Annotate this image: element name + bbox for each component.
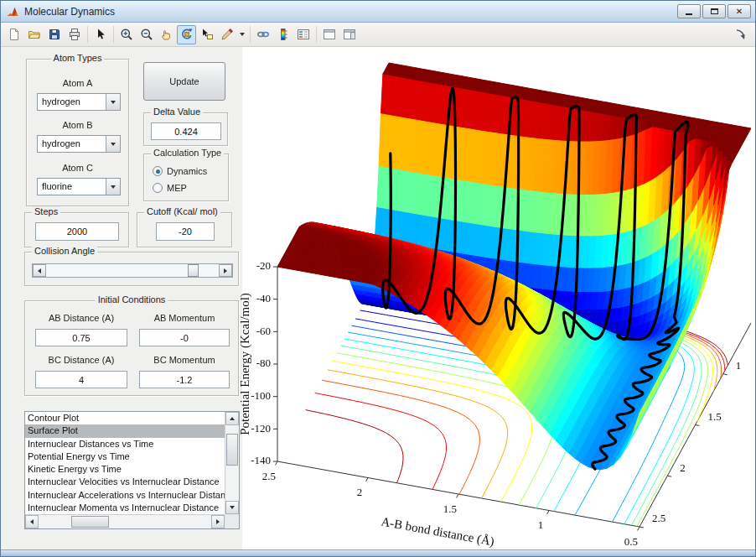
cutoff-title: Cutoff (Kcal/ mol) — [144, 206, 220, 216]
show-plot-tools-button[interactable] — [339, 25, 359, 44]
rotate-3d-button[interactable] — [177, 25, 196, 44]
plot-type-listbox[interactable]: Contour PlotSurface PlotInternuclear Dis… — [24, 411, 240, 529]
list-item[interactable]: Internuclear Momenta vs Internuclear Dis… — [25, 502, 225, 514]
minimize-button[interactable] — [677, 4, 701, 18]
bc-distance-label: BC Distance (A) — [35, 355, 127, 365]
list-item[interactable]: Kinetic Energy vs Time — [25, 463, 225, 476]
list-item[interactable]: Internuclear Distances vs Time — [25, 438, 225, 450]
atom-a-label: Atom A — [27, 78, 128, 88]
steps-field[interactable]: 2000 — [35, 222, 119, 241]
atom-c-dropdown[interactable]: fluorine — [37, 178, 121, 195]
close-icon: ✕ — [736, 8, 743, 16]
dock-figure-button[interactable] — [731, 25, 750, 44]
plot-type-listbox-items: Contour PlotSurface PlotInternuclear Dis… — [25, 412, 225, 514]
rotate-3d-icon — [180, 28, 194, 41]
save-button[interactable] — [44, 25, 64, 44]
scroll-down-button[interactable] — [225, 501, 239, 514]
dynamics-radio-label: Dynamics — [167, 166, 207, 176]
ab-momentum-field[interactable]: -0 — [139, 329, 230, 346]
update-button[interactable]: Update — [143, 62, 225, 101]
atom-c-dropdown-button[interactable] — [106, 179, 120, 195]
toolbar-separator — [113, 26, 114, 43]
cutoff-field[interactable]: -20 — [156, 222, 215, 241]
chevron-down-icon — [111, 185, 116, 189]
app-window: Molecular Dynamics ✕ — [0, 0, 756, 557]
ab-momentum-label: AB Momentum — [139, 313, 230, 323]
steps-panel: Steps 2000 — [24, 212, 129, 247]
chevron-left-icon — [38, 268, 41, 273]
slider-right-button[interactable] — [219, 264, 232, 277]
legend-icon — [297, 28, 310, 41]
delta-value-panel: Delta Value 0.424 — [143, 112, 228, 146]
atom-a-dropdown-button[interactable] — [106, 94, 120, 110]
zoom-out-icon — [140, 28, 153, 41]
chevron-down-icon — [230, 506, 235, 509]
initial-conditions-panel: Initial Conditions AB Distance (A) AB Mo… — [24, 300, 239, 396]
window-title: Molecular Dynamics — [24, 6, 115, 18]
edit-plot-button[interactable] — [91, 25, 110, 44]
atom-a-dropdown[interactable]: hydrogen — [37, 93, 121, 111]
horizontal-scrollbar[interactable] — [25, 514, 225, 528]
hide-plot-tools-button[interactable] — [319, 25, 339, 44]
new-file-button[interactable] — [4, 25, 23, 44]
vertical-scroll-thumb[interactable] — [226, 434, 238, 466]
scroll-left-button[interactable] — [25, 515, 39, 528]
bc-momentum-field[interactable]: -1.2 — [139, 371, 230, 388]
slider-left-button[interactable] — [33, 264, 46, 277]
chevron-right-icon — [224, 268, 227, 273]
save-floppy-icon — [48, 28, 61, 41]
link-plot-button[interactable] — [253, 25, 272, 44]
potential-energy-surface-plot[interactable] — [229, 47, 755, 549]
delta-value-field[interactable]: 0.424 — [151, 122, 221, 140]
atom-c-label: Atom C — [27, 163, 128, 173]
colorbar-icon — [277, 28, 290, 41]
cutoff-panel: Cutoff (Kcal/ mol) -20 — [137, 212, 232, 247]
title-bar[interactable]: Molecular Dynamics ✕ — [1, 1, 755, 23]
slider-thumb[interactable] — [188, 264, 199, 277]
dynamics-radio[interactable]: Dynamics — [153, 165, 207, 177]
figure-content: Atom Types Atom A hydrogen Atom B hydrog… — [1, 47, 755, 549]
close-button[interactable]: ✕ — [728, 4, 751, 18]
insert-legend-button[interactable] — [293, 25, 313, 44]
list-item[interactable]: Internuclear Accelerations vs Internucle… — [25, 489, 225, 502]
list-item[interactable]: Internuclear Velocities vs Internuclear … — [25, 476, 225, 488]
data-cursor-button[interactable] — [197, 25, 216, 44]
mep-radio[interactable]: MEP — [153, 182, 187, 194]
calculation-type-title: Calculation Type — [151, 148, 224, 158]
figure-toolbar — [1, 23, 755, 47]
brush-dropdown-button[interactable] — [237, 25, 246, 44]
scroll-up-button[interactable] — [225, 412, 239, 425]
pan-button[interactable] — [157, 25, 176, 44]
collision-angle-slider[interactable] — [32, 263, 233, 278]
zoom-out-button[interactable] — [137, 25, 156, 44]
hide-plot-tools-icon — [323, 28, 336, 41]
data-cursor-icon — [200, 28, 214, 41]
scroll-right-button[interactable] — [211, 515, 225, 528]
bc-distance-field[interactable]: 4 — [35, 371, 127, 388]
matlab-figure-icon — [6, 5, 19, 18]
minimize-icon — [686, 13, 692, 15]
atom-c-value: fluorine — [38, 179, 106, 195]
atom-b-label: Atom B — [27, 120, 128, 130]
list-item[interactable]: Contour Plot — [25, 412, 225, 424]
print-button[interactable] — [65, 25, 84, 44]
list-item[interactable]: Surface Plot — [25, 424, 225, 437]
brush-icon — [220, 28, 234, 41]
new-file-icon — [8, 28, 21, 41]
zoom-in-button[interactable] — [117, 25, 136, 44]
insert-colorbar-button[interactable] — [273, 25, 293, 44]
show-plot-tools-icon — [343, 28, 356, 41]
radio-circle-icon — [153, 183, 163, 193]
toolbar-separator — [316, 26, 317, 43]
atom-b-dropdown[interactable]: hydrogen — [37, 135, 121, 153]
vertical-scrollbar[interactable] — [225, 412, 239, 514]
maximize-button[interactable] — [702, 4, 726, 18]
brush-data-button[interactable] — [217, 25, 236, 44]
atom-types-panel: Atom Types Atom A hydrogen Atom B hydrog… — [26, 59, 129, 206]
list-item[interactable]: Potential Energy vs Time — [25, 450, 225, 463]
ab-distance-field[interactable]: 0.75 — [35, 329, 127, 346]
horizontal-scroll-thumb[interactable] — [71, 516, 109, 528]
steps-title: Steps — [32, 206, 60, 216]
atom-b-dropdown-button[interactable] — [106, 136, 120, 152]
open-file-button[interactable] — [24, 25, 44, 44]
